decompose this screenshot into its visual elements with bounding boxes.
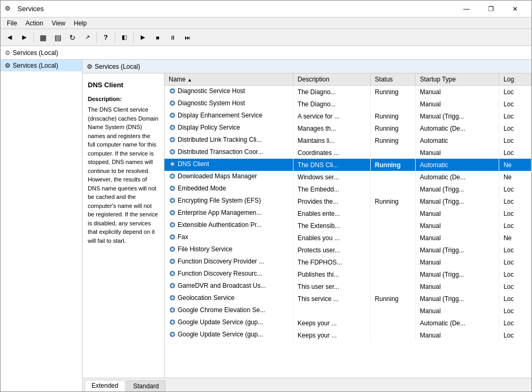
- export-button[interactable]: ↗: [80, 31, 94, 44]
- service-desc-cell: [293, 305, 370, 317]
- sidebar-item-services-local[interactable]: ⚙ Services (Local): [1, 60, 82, 71]
- tab-standard[interactable]: Standard: [126, 380, 166, 391]
- col-header-desc[interactable]: Description: [293, 74, 370, 86]
- svg-point-37: [171, 309, 174, 312]
- menu-action[interactable]: Action: [21, 19, 47, 28]
- svg-point-31: [171, 272, 174, 275]
- forward-button[interactable]: ▶: [17, 31, 31, 44]
- service-gear-icon: [169, 112, 176, 119]
- close-button[interactable]: ✕: [503, 1, 527, 17]
- svg-point-27: [171, 248, 174, 251]
- service-startup-cell: Manual: [415, 86, 499, 98]
- service-name-cell: Downloaded Maps Manager: [164, 171, 293, 183]
- table-row[interactable]: Function Discovery Resourc... Publishes …: [164, 268, 531, 280]
- menu-view[interactable]: View: [48, 19, 70, 28]
- service-status-cell: [370, 220, 415, 232]
- service-gear-icon: [169, 136, 176, 143]
- stop-button[interactable]: ■: [151, 31, 164, 44]
- col-header-log[interactable]: Log: [499, 74, 531, 86]
- title-controls: — ❐ ✕: [454, 1, 527, 17]
- service-status-cell: [370, 317, 415, 329]
- restore-button[interactable]: ❐: [479, 1, 503, 17]
- table-row[interactable]: Display Policy Service Manages th...Runn…: [164, 122, 531, 134]
- col-header-status[interactable]: Status: [370, 74, 415, 86]
- service-gear-icon: [169, 331, 176, 338]
- service-desc-cell: This service ...: [293, 293, 370, 305]
- service-status-cell: [370, 256, 415, 268]
- service-startup-cell: Manual (Trigg...: [415, 195, 499, 207]
- table-row[interactable]: Diagnostic Service Host The Diagno...Run…: [164, 86, 531, 98]
- svg-point-15: [171, 175, 174, 178]
- table-row[interactable]: Google Update Service (gup... Keeps your…: [164, 317, 531, 329]
- service-gear-icon: [169, 87, 176, 95]
- service-name-cell: Encrypting File System (EFS): [164, 195, 293, 207]
- app-icon: ⚙: [5, 5, 13, 13]
- services-table-container[interactable]: Name ▲ Description Status Startup Type L…: [164, 74, 531, 378]
- table-row[interactable]: Embedded Mode The Embedd...Manual (Trigg…: [164, 183, 531, 195]
- table-row[interactable]: Diagnostic System Host The Diagno...Manu…: [164, 98, 531, 110]
- title-bar: ⚙ Services — ❐ ✕: [1, 1, 531, 17]
- minimize-button[interactable]: —: [454, 1, 479, 17]
- svg-point-21: [171, 212, 174, 214]
- pause-button[interactable]: ⏸: [166, 31, 179, 44]
- table-row[interactable]: Enterprise App Managemen... Enables ente…: [164, 207, 531, 220]
- service-log-cell: Loc: [499, 86, 531, 98]
- svg-point-11: [171, 151, 174, 153]
- table-row[interactable]: Geolocation Service This service ...Runn…: [164, 293, 531, 305]
- service-log-cell: Loc: [499, 207, 531, 220]
- service-startup-cell: Manual: [415, 305, 499, 317]
- props-button[interactable]: ◧: [117, 31, 131, 44]
- resume-button[interactable]: ⏭: [180, 31, 194, 44]
- service-gear-icon: [169, 245, 176, 253]
- service-status-cell: [370, 183, 415, 195]
- table-row[interactable]: Fax Enables you ...ManualNe: [164, 232, 531, 244]
- service-name-cell: Distributed Link Tracking Cli...: [164, 134, 293, 147]
- table-row[interactable]: Google Chrome Elevation Se... ManualLoc: [164, 305, 531, 317]
- table-row[interactable]: Function Discovery Provider ... The FDPH…: [164, 256, 531, 268]
- view-list-button[interactable]: ▤: [51, 31, 65, 44]
- table-row[interactable]: Extensible Authentication Pr... The Exte…: [164, 220, 531, 232]
- title-bar-left: ⚙ Services: [5, 5, 44, 13]
- table-row[interactable]: Display Enhancement Service A service fo…: [164, 110, 531, 122]
- service-startup-cell: Manual (Trigg...: [415, 183, 499, 195]
- service-gear-icon: [169, 209, 176, 216]
- service-gear-icon: [169, 197, 176, 204]
- service-log-cell: Loc: [499, 305, 531, 317]
- service-name-cell: Geolocation Service: [164, 293, 293, 305]
- menu-file[interactable]: File: [3, 19, 21, 28]
- service-status-cell: Running: [370, 195, 415, 207]
- service-startup-cell: Manual (Trigg...: [415, 110, 499, 122]
- table-row[interactable]: Google Update Service (gup... Keeps your…: [164, 329, 531, 341]
- service-status-cell: [370, 207, 415, 220]
- service-status-cell: [370, 268, 415, 280]
- tab-extended[interactable]: Extended: [85, 380, 125, 391]
- service-desc-cell: The FDPHOS...: [293, 256, 370, 268]
- col-header-name[interactable]: Name ▲: [164, 74, 293, 86]
- table-row[interactable]: Distributed Transaction Coor... Coordina…: [164, 147, 531, 159]
- service-status-cell: Running: [370, 110, 415, 122]
- table-row[interactable]: GameDVR and Broadcast Us... This user se…: [164, 280, 531, 293]
- address-text: Services (Local): [13, 49, 58, 57]
- service-log-cell: Loc: [499, 244, 531, 256]
- menu-help[interactable]: Help: [70, 19, 91, 28]
- table-row[interactable]: Downloaded Maps Manager Windows ser...Au…: [164, 171, 531, 183]
- table-row[interactable]: DNS Client The DNS Cli...RunningAutomati…: [164, 159, 531, 171]
- services-table: Name ▲ Description Status Startup Type L…: [164, 74, 531, 341]
- refresh-button[interactable]: ↻: [66, 31, 79, 44]
- help-button[interactable]: ?: [99, 31, 113, 44]
- col-header-startup[interactable]: Startup Type: [415, 74, 499, 86]
- table-row[interactable]: Distributed Link Tracking Cli... Maintai…: [164, 134, 531, 147]
- back-button[interactable]: ◀: [3, 31, 16, 44]
- service-startup-cell: Manual: [415, 147, 499, 159]
- service-desc-cell: Keeps your ...: [293, 317, 370, 329]
- table-row[interactable]: Encrypting File System (EFS) Provides th…: [164, 195, 531, 207]
- show-hide-button[interactable]: ▦: [36, 31, 50, 44]
- service-desc-cell: The Extensib...: [293, 220, 370, 232]
- content-area: ⚙ Services (Local) DNS Client Descriptio…: [82, 60, 531, 391]
- service-startup-cell: Manual: [415, 280, 499, 293]
- service-desc-cell: Enables you ...: [293, 232, 370, 244]
- table-row[interactable]: File History Service Protects user...Man…: [164, 244, 531, 256]
- play-button[interactable]: ▶: [136, 31, 150, 44]
- main-window: ⚙ Services — ❐ ✕ File Action View Help ◀…: [0, 0, 532, 392]
- service-log-cell: Loc: [499, 183, 531, 195]
